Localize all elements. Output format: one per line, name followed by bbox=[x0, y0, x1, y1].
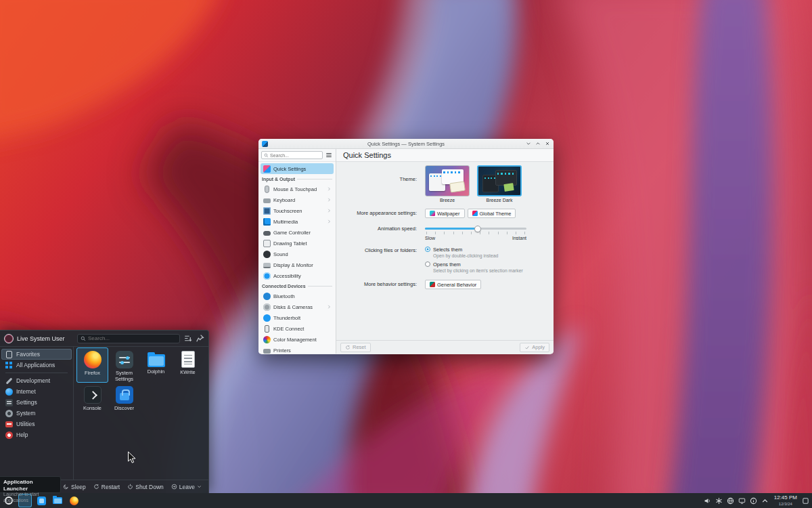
category-label: Settings bbox=[16, 399, 37, 406]
section-header-label: Input & Output bbox=[262, 177, 295, 182]
sidebar-item-favorites[interactable]: Favorites bbox=[1, 349, 72, 360]
maximize-icon[interactable] bbox=[535, 141, 541, 146]
sidebar-item-drawing-tablet[interactable]: Drawing Tablet bbox=[261, 238, 334, 249]
pin-icon[interactable] bbox=[196, 334, 204, 343]
app-tile-discover[interactable]: Discover bbox=[108, 383, 140, 415]
breeze-dark-thumbnail[interactable] bbox=[477, 165, 522, 196]
tooltip-subtitle: Launcher to start applications bbox=[3, 492, 57, 503]
close-icon[interactable] bbox=[545, 141, 550, 146]
theme-option-breeze[interactable]: Breeze bbox=[425, 165, 470, 203]
sidebar-item-all-applications[interactable]: All Applications bbox=[1, 360, 72, 371]
app-tile-dolphin[interactable]: Dolphin bbox=[140, 347, 172, 383]
theme-label: Theme: bbox=[336, 165, 421, 203]
breeze-thumbnail[interactable] bbox=[425, 165, 470, 196]
sidebar-item-label: Keyboard bbox=[273, 197, 295, 203]
sidebar-item-sound[interactable]: Sound bbox=[261, 249, 334, 259]
general-behavior-button[interactable]: General Behavior bbox=[425, 280, 481, 289]
show-desktop-icon[interactable] bbox=[802, 497, 809, 505]
clock-time: 12:45 PM bbox=[774, 495, 797, 501]
theme-row: Theme: Breeze Breeze Dark bbox=[336, 165, 554, 203]
section-header-connected-devices: Connected Devices bbox=[261, 281, 334, 291]
clock[interactable]: 12:45 PM 12/3/24 bbox=[774, 495, 797, 506]
help-icon bbox=[5, 431, 13, 439]
leave-button[interactable]: Leave bbox=[171, 484, 202, 490]
sidebar-item-keyboard[interactable]: Keyboard bbox=[261, 194, 334, 205]
settings-main: Quick Settings Theme: Breeze Breeze bbox=[336, 149, 554, 354]
system-icon bbox=[5, 410, 13, 417]
sidebar-item-kde-connect[interactable]: KDE Connect bbox=[261, 323, 334, 334]
radio-button-unselected[interactable] bbox=[425, 261, 430, 267]
sleep-button[interactable]: Sleep bbox=[63, 484, 86, 490]
sidebar-item-disks-cameras[interactable]: Disks & Cameras bbox=[261, 301, 334, 312]
radio-selects-them[interactable]: Selects them bbox=[425, 246, 523, 253]
sidebar-item-settings[interactable]: Settings bbox=[1, 397, 72, 408]
shut-down-button[interactable]: Shut Down bbox=[127, 484, 164, 490]
sidebar-item-label: Multimedia bbox=[273, 219, 298, 225]
notifications-icon[interactable] bbox=[750, 496, 758, 505]
expand-tray-chevron-icon[interactable] bbox=[761, 496, 769, 505]
app-tile-konsole[interactable]: Konsole bbox=[76, 383, 108, 415]
display-icon[interactable] bbox=[738, 496, 746, 505]
sidebar-item-touchscreen[interactable]: Touchscreen bbox=[261, 205, 334, 216]
sidebar-item-color-management[interactable]: Color Management bbox=[261, 334, 334, 345]
radio-opens-sub: Select by clicking on item's selection m… bbox=[433, 268, 523, 273]
sidebar-item-multimedia[interactable]: Multimedia bbox=[261, 216, 334, 227]
bluetooth-icon bbox=[263, 293, 271, 300]
radio-button-selected[interactable] bbox=[425, 247, 430, 252]
sidebar-item-mouse-touchpad[interactable]: Mouse & Touchpad bbox=[261, 184, 334, 194]
slider-max-label: Instant bbox=[512, 236, 526, 240]
all-apps-icon bbox=[5, 362, 12, 368]
sidebar-item-display-monitor[interactable]: Display & Monitor bbox=[261, 259, 334, 270]
user-avatar[interactable] bbox=[4, 334, 14, 343]
sidebar-item-quick-settings[interactable]: Quick Settings bbox=[261, 163, 334, 174]
sidebar-item-bluetooth[interactable]: Bluetooth bbox=[261, 291, 334, 301]
category-icon-wrap bbox=[5, 361, 13, 369]
titlebar[interactable]: Quick Settings — System Settings bbox=[258, 139, 554, 149]
restart-button[interactable]: Restart bbox=[93, 484, 120, 490]
sidebar-separator bbox=[5, 373, 68, 373]
konsole-icon bbox=[84, 386, 102, 404]
app-label: Konsole bbox=[83, 406, 102, 412]
sidebar-item-internet[interactable]: Internet bbox=[1, 386, 72, 397]
sidebar-item-help[interactable]: Help bbox=[1, 429, 72, 440]
sidebar-item-game-controller[interactable]: Game Controller bbox=[261, 227, 334, 238]
settings-search[interactable] bbox=[261, 151, 323, 159]
app-tile-firefox[interactable]: Firefox bbox=[76, 347, 108, 383]
window-title: Quick Settings — System Settings bbox=[258, 141, 554, 147]
thunderbolt-icon bbox=[263, 314, 271, 322]
radio-opens-them[interactable]: Opens them bbox=[425, 261, 523, 268]
theme-option-breeze-dark[interactable]: Breeze Dark bbox=[477, 165, 522, 203]
launcher-search[interactable] bbox=[77, 334, 180, 343]
app-label: KWrite bbox=[179, 370, 196, 376]
app-tile-system-settings[interactable]: System Settings bbox=[108, 347, 140, 383]
settings-search-input[interactable] bbox=[270, 153, 320, 158]
launcher-search-input[interactable] bbox=[88, 335, 177, 341]
chevron-right-icon bbox=[328, 304, 331, 310]
minimize-icon[interactable] bbox=[526, 141, 531, 146]
volume-icon[interactable] bbox=[704, 496, 712, 505]
sidebar-item-utilities[interactable]: Utilities bbox=[1, 419, 72, 429]
sidebar-item-label: Game Controller bbox=[273, 230, 311, 236]
bluetooth-icon[interactable] bbox=[715, 496, 723, 505]
network-icon[interactable] bbox=[727, 496, 735, 505]
clicking-label: Clicking files or folders: bbox=[336, 246, 421, 276]
sidebar-item-thunderbolt[interactable]: Thunderbolt bbox=[261, 312, 334, 323]
appearance-label: More appearance settings: bbox=[336, 209, 421, 218]
reset-button[interactable]: Reset bbox=[340, 343, 371, 352]
app-tile-kwrite[interactable]: KWrite bbox=[172, 347, 204, 383]
hamburger-menu-icon[interactable] bbox=[325, 151, 333, 159]
slider-min-label: Slow bbox=[425, 236, 435, 240]
global-theme-button[interactable]: Global Theme bbox=[468, 209, 516, 218]
sidebar-item-system[interactable]: System bbox=[1, 408, 72, 419]
wallpaper-button[interactable]: Wallpaper bbox=[425, 209, 465, 218]
sidebar-item-printers[interactable]: Printers bbox=[261, 345, 334, 354]
apply-button[interactable]: Apply bbox=[520, 343, 549, 352]
task-firefox[interactable] bbox=[67, 494, 81, 507]
animation-speed-slider[interactable] bbox=[425, 228, 526, 230]
sort-icon[interactable] bbox=[183, 334, 192, 343]
slider-handle[interactable] bbox=[474, 226, 481, 232]
sidebar-item-accessibility[interactable]: Accessibility bbox=[261, 270, 334, 281]
mouse-icon bbox=[265, 186, 269, 193]
launcher-app-grid: FirefoxSystem SettingsDolphinKWriteKonso… bbox=[73, 347, 208, 480]
sidebar-item-development[interactable]: Development bbox=[1, 375, 72, 386]
